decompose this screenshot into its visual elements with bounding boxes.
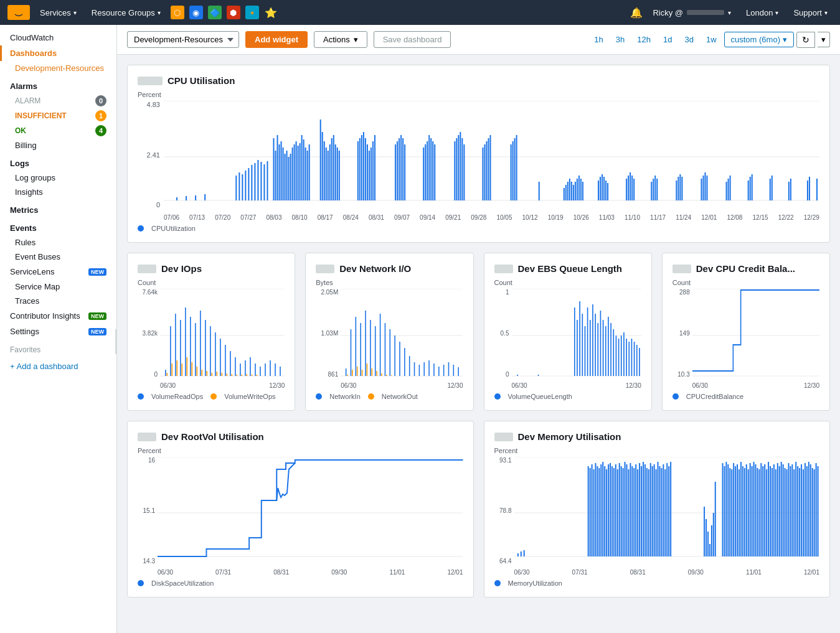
svg-rect-133 bbox=[809, 177, 810, 200]
svg-rect-113 bbox=[656, 179, 658, 200]
sidebar-item-dashboards[interactable]: Dashboards bbox=[0, 45, 116, 61]
svg-rect-158 bbox=[265, 363, 266, 376]
sidebar-sub-insights[interactable]: Insights bbox=[0, 185, 116, 199]
svg-rect-18 bbox=[273, 138, 275, 200]
svg-rect-187 bbox=[361, 323, 362, 376]
svg-rect-303 bbox=[664, 469, 666, 556]
svg-rect-160 bbox=[275, 363, 276, 376]
svg-rect-139 bbox=[170, 326, 171, 376]
sidebar-section-metrics[interactable]: Metrics bbox=[0, 199, 116, 217]
svg-rect-176 bbox=[237, 375, 238, 376]
svg-rect-202 bbox=[433, 363, 435, 376]
svg-rect-262 bbox=[589, 468, 590, 556]
sidebar-section-logs: Logs bbox=[0, 152, 116, 171]
sidebar-sub-traces[interactable]: Traces bbox=[0, 294, 116, 308]
sidebar-insufficient-row[interactable]: INSUFFICIENT 1 bbox=[0, 108, 116, 123]
svg-rect-105 bbox=[626, 179, 627, 200]
svg-rect-8 bbox=[238, 172, 240, 200]
nav-icon-3[interactable]: 🔷 bbox=[208, 6, 222, 19]
sidebar-item-servicelens[interactable]: ServiceLens NEW bbox=[0, 264, 116, 279]
dashboard-selector[interactable]: Development-Resources bbox=[127, 31, 239, 48]
time-custom-btn[interactable]: custom (6mo) ▾ bbox=[724, 32, 794, 47]
refresh-button[interactable]: ↻ bbox=[796, 32, 815, 48]
cpu-axis-label: Percent bbox=[138, 91, 819, 98]
sidebar-sub-development-resources[interactable]: Development-Resources bbox=[0, 61, 116, 75]
time-1w-btn[interactable]: 1w bbox=[701, 32, 722, 47]
svg-rect-78 bbox=[482, 148, 483, 200]
svg-rect-167 bbox=[191, 362, 192, 376]
sidebar-sub-log-groups[interactable]: Log groups bbox=[0, 171, 116, 185]
refresh-dropdown-button[interactable]: ▾ bbox=[818, 32, 830, 47]
sidebar-item-settings[interactable]: Settings NEW bbox=[0, 324, 116, 339]
svg-rect-42 bbox=[328, 151, 329, 200]
svg-rect-50 bbox=[359, 138, 361, 200]
svg-rect-226 bbox=[582, 314, 583, 376]
svg-rect-281 bbox=[624, 462, 625, 556]
support-menu[interactable]: Support ▾ bbox=[788, 6, 833, 20]
svg-rect-335 bbox=[760, 463, 762, 556]
svg-rect-277 bbox=[616, 469, 618, 556]
svg-rect-33 bbox=[301, 135, 303, 200]
svg-rect-260 bbox=[523, 550, 524, 556]
svg-rect-350 bbox=[788, 463, 789, 556]
svg-rect-81 bbox=[488, 138, 489, 200]
nav-favorites-icon[interactable]: ⭐ bbox=[264, 6, 278, 19]
nav-icon-5[interactable]: 🔸 bbox=[245, 6, 259, 19]
svg-rect-131 bbox=[790, 179, 791, 200]
sidebar-alarm-row[interactable]: ALARM 0 bbox=[0, 93, 116, 108]
svg-rect-209 bbox=[352, 370, 353, 376]
iops-axis-label: Count bbox=[138, 279, 285, 286]
time-3d-btn[interactable]: 3d bbox=[679, 32, 698, 47]
sidebar-sub-service-map[interactable]: Service Map bbox=[0, 279, 116, 294]
svg-rect-3 bbox=[176, 197, 177, 200]
svg-rect-311 bbox=[710, 525, 712, 556]
svg-rect-9 bbox=[242, 174, 243, 200]
svg-rect-291 bbox=[643, 462, 644, 556]
dashboard-toolbar: Development-Resources Add widget Actions… bbox=[117, 25, 840, 55]
sidebar-item-cloudwatch[interactable]: CloudWatch bbox=[0, 30, 116, 45]
svg-rect-340 bbox=[770, 466, 771, 556]
cpu-credit-title-icon bbox=[672, 265, 691, 273]
sidebar-sub-event-buses[interactable]: Event Buses bbox=[0, 250, 116, 264]
cpu-credit-y-axis: 288 149 10.3 bbox=[672, 289, 690, 389]
svg-rect-188 bbox=[366, 311, 367, 376]
svg-rect-236 bbox=[608, 317, 609, 376]
time-1h-btn[interactable]: 1h bbox=[589, 32, 608, 47]
svg-rect-103 bbox=[605, 181, 606, 200]
resource-groups-nav[interactable]: Resource Groups ▾ bbox=[87, 6, 166, 20]
time-3h-btn[interactable]: 3h bbox=[611, 32, 630, 47]
svg-rect-68 bbox=[428, 135, 430, 200]
save-dashboard-button[interactable]: Save dashboard bbox=[374, 31, 451, 48]
cpu-x-labels: 07/0607/1307/2007/27 08/0308/1008/1708/2… bbox=[164, 213, 819, 221]
sidebar-ok-row[interactable]: OK 4 bbox=[0, 123, 116, 138]
svg-rect-341 bbox=[772, 468, 773, 556]
svg-rect-345 bbox=[778, 466, 780, 556]
svg-rect-127 bbox=[752, 174, 753, 200]
sidebar-collapse-button[interactable]: ◀ bbox=[115, 329, 117, 354]
svg-rect-210 bbox=[357, 367, 358, 376]
aws-logo bbox=[7, 5, 30, 20]
time-1d-btn[interactable]: 1d bbox=[658, 32, 677, 47]
sidebar-item-contributor-insights[interactable]: Contributor Insights NEW bbox=[0, 308, 116, 324]
nav-icon-1[interactable]: ⬡ bbox=[171, 6, 184, 19]
region-menu[interactable]: London ▾ bbox=[741, 6, 783, 20]
svg-rect-87 bbox=[539, 182, 540, 200]
svg-rect-217 bbox=[391, 375, 392, 376]
nav-icon-2[interactable]: ◉ bbox=[189, 6, 203, 19]
sidebar-sub-billing[interactable]: Billing bbox=[0, 138, 116, 152]
actions-button[interactable]: Actions ▾ bbox=[314, 31, 367, 48]
svg-rect-223 bbox=[573, 307, 575, 376]
time-12h-btn[interactable]: 12h bbox=[632, 32, 656, 47]
services-nav[interactable]: Services ▾ bbox=[35, 6, 82, 20]
nav-icon-4[interactable]: ⬢ bbox=[227, 6, 240, 19]
bell-icon[interactable]: 🔔 bbox=[630, 7, 643, 19]
svg-rect-270 bbox=[604, 466, 605, 556]
svg-rect-178 bbox=[247, 374, 248, 376]
svg-rect-115 bbox=[677, 177, 679, 200]
svg-rect-57 bbox=[372, 141, 374, 200]
svg-rect-116 bbox=[679, 174, 681, 200]
add-widget-button[interactable]: Add widget bbox=[245, 31, 308, 48]
add-dashboard-btn[interactable]: + Add a dashboard bbox=[0, 357, 116, 376]
user-menu[interactable]: Ricky @ ▾ bbox=[648, 6, 736, 20]
sidebar-sub-rules[interactable]: Rules bbox=[0, 235, 116, 250]
